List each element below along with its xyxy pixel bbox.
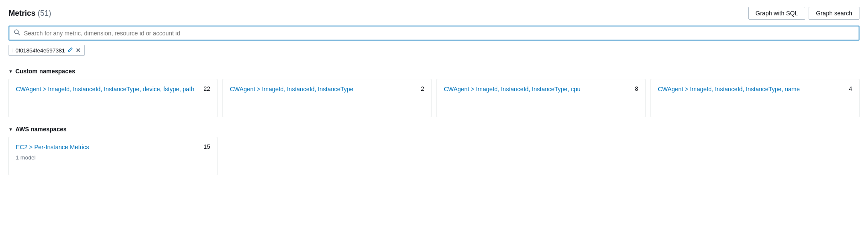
svg-point-0 — [15, 30, 18, 34]
aws-namespace-subtitle-0: 1 model — [16, 154, 210, 161]
aws-namespace-card-0: EC2 > Per-Instance Metrics 15 1 model — [9, 137, 217, 175]
header-buttons: Graph with SQL Graph search — [748, 7, 859, 20]
custom-namespace-card-1: CWAgent > ImageId, InstanceId, InstanceT… — [223, 79, 431, 117]
graph-search-button[interactable]: Graph search — [809, 7, 859, 20]
page-title: Metrics (51) — [9, 9, 51, 18]
aws-namespace-link-0[interactable]: EC2 > Per-Instance Metrics — [16, 143, 199, 152]
filter-tag: i-0f01854fe4e597381 ✕ — [9, 45, 859, 62]
custom-namespace-link-3[interactable]: CWAgent > ImageId, InstanceId, InstanceT… — [658, 85, 845, 94]
graph-with-sql-button[interactable]: Graph with SQL — [748, 7, 806, 20]
search-bar — [9, 26, 859, 41]
custom-namespace-link-0[interactable]: CWAgent > ImageId, InstanceId, InstanceT… — [16, 85, 199, 94]
filter-tag-value: i-0f01854fe4e597381 — [12, 47, 65, 54]
custom-namespace-card-0: CWAgent > ImageId, InstanceId, InstanceT… — [9, 79, 217, 117]
custom-namespaces-grid: CWAgent > ImageId, InstanceId, InstanceT… — [9, 79, 859, 117]
search-icon — [14, 29, 21, 37]
aws-namespaces-chevron[interactable]: ▼ — [9, 127, 13, 132]
custom-namespaces-chevron[interactable]: ▼ — [9, 69, 13, 74]
aws-namespaces-label: AWS namespaces — [15, 126, 67, 133]
custom-namespace-card-3: CWAgent > ImageId, InstanceId, InstanceT… — [651, 79, 859, 117]
search-input[interactable] — [24, 30, 854, 37]
custom-namespace-link-1[interactable]: CWAgent > ImageId, InstanceId, InstanceT… — [230, 85, 416, 94]
custom-namespace-count-2: 8 — [635, 85, 638, 92]
page-header: Metrics (51) Graph with SQL Graph search — [9, 7, 859, 20]
aws-namespace-count-0: 15 — [203, 143, 210, 150]
custom-namespace-count-3: 4 — [849, 85, 852, 92]
aws-namespaces-grid: EC2 > Per-Instance Metrics 15 1 model — [9, 137, 859, 175]
aws-namespaces-section: ▼ AWS namespaces EC2 > Per-Instance Metr… — [9, 126, 859, 175]
custom-namespace-link-2[interactable]: CWAgent > ImageId, InstanceId, InstanceT… — [444, 85, 630, 94]
custom-namespace-count-0: 22 — [203, 85, 210, 92]
filter-tag-remove-button[interactable]: ✕ — [76, 47, 81, 54]
svg-line-1 — [18, 34, 20, 35]
custom-namespaces-label: Custom namespaces — [15, 68, 75, 75]
filter-tag-edit-button[interactable] — [67, 47, 73, 54]
custom-namespace-count-1: 2 — [421, 85, 424, 92]
custom-namespaces-section: ▼ Custom namespaces CWAgent > ImageId, I… — [9, 68, 859, 117]
custom-namespace-card-2: CWAgent > ImageId, InstanceId, InstanceT… — [437, 79, 645, 117]
